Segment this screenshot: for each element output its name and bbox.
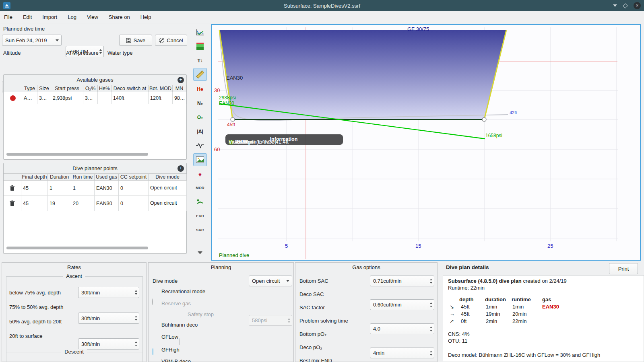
spin-arrows-icon[interactable] bbox=[99, 46, 102, 57]
safety-stop-checkbox bbox=[179, 338, 180, 345]
planning-panel: Planning Dive mode Open circuit Recreati… bbox=[148, 262, 294, 362]
rate-label: 20ft to surface bbox=[9, 333, 42, 339]
segment-arrow: ↘ bbox=[450, 304, 454, 310]
buhlmann-deco-radio[interactable] bbox=[153, 348, 153, 355]
app-logo-icon bbox=[3, 2, 10, 9]
delete-point-icon[interactable] bbox=[4, 181, 21, 196]
keep-above-icon[interactable] bbox=[623, 3, 628, 8]
ceiling-icon[interactable] bbox=[193, 40, 207, 53]
planned-dive-label: Planned dive bbox=[219, 252, 249, 258]
close-window-icon[interactable]: × bbox=[634, 2, 641, 9]
titlebar: Subsurface: SampleDivesV2.ssrf × bbox=[0, 0, 644, 11]
diver-icon[interactable] bbox=[193, 195, 207, 208]
recreational-mode-label: Recreational mode bbox=[161, 288, 205, 294]
time-tick-25: 25 bbox=[547, 243, 553, 249]
rate-label: below 75% avg. depth bbox=[9, 290, 61, 296]
he-partial-pressure-icon[interactable]: He bbox=[193, 83, 207, 96]
line-graph-icon[interactable] bbox=[193, 139, 207, 152]
dive-date-combo[interactable]: Sun Feb 24, 2019 bbox=[2, 35, 62, 46]
menu-log[interactable]: Log bbox=[68, 14, 76, 20]
atm-pressure-label: ATM pressure bbox=[66, 50, 99, 56]
ead-icon[interactable]: EAD bbox=[193, 210, 207, 222]
chevron-down-icon bbox=[56, 39, 59, 41]
planning-title: Planning bbox=[149, 264, 293, 270]
gases-hscrollbar[interactable] bbox=[6, 153, 148, 156]
heart-rate-icon[interactable]: ♥ bbox=[193, 168, 207, 181]
dive-planner-points-title: Dive planner points bbox=[72, 165, 117, 171]
dive-mode-combo[interactable]: Open circuit bbox=[249, 276, 292, 286]
dive-planner-points-box: Dive planner points + Final depth Durati… bbox=[3, 163, 187, 254]
menu-import[interactable]: Import bbox=[42, 14, 57, 20]
save-icon bbox=[126, 38, 131, 43]
add-gas-button[interactable]: + bbox=[178, 77, 184, 83]
bottom-sac-spinner[interactable]: 0.71cuft/min bbox=[370, 276, 434, 286]
available-gases-box: Available gases + Type Size Start press … bbox=[3, 74, 187, 160]
safety-stop-label: Safety stop bbox=[188, 311, 214, 317]
gas-type-cell[interactable]: A… bbox=[22, 92, 37, 104]
menu-file[interactable]: File bbox=[4, 14, 12, 20]
menu-share-on[interactable]: Share on bbox=[109, 14, 130, 20]
sac-icon[interactable]: SAC bbox=[193, 224, 207, 237]
waypoint-handle[interactable] bbox=[482, 117, 486, 121]
rates-title: Rates bbox=[2, 264, 146, 270]
planned-dive-time-label: Planned dive time bbox=[3, 26, 45, 32]
recreational-mode-radio[interactable] bbox=[152, 298, 153, 305]
reserve-gas-label: Reserve gas bbox=[161, 300, 191, 306]
rate-spinner[interactable]: 30ft/min bbox=[78, 287, 139, 298]
gflow-label: GFLow bbox=[161, 334, 178, 340]
rate-spinner[interactable]: 30ft/min bbox=[78, 313, 139, 324]
mean-depth-label: 42ft bbox=[510, 110, 517, 115]
plan-heading-date: created on 2/24/19 bbox=[522, 278, 567, 284]
dive-mode-label: Dive mode bbox=[153, 278, 178, 284]
descent-title: Descent bbox=[2, 349, 146, 355]
problem-solving-time-spinner[interactable]: 4min bbox=[370, 348, 434, 358]
end-pressure-label: 1658psi bbox=[485, 133, 502, 138]
plan-runtime: Runtime: 22min bbox=[448, 285, 485, 291]
menu-help[interactable]: Help bbox=[140, 14, 151, 20]
delete-point-icon[interactable] bbox=[4, 196, 21, 211]
cancel-button[interactable]: Cancel bbox=[155, 35, 187, 46]
cns-line: CNS: 4% bbox=[448, 331, 469, 337]
information-tooltip[interactable]: Information @: 6:20 D: 45.0ft P: 2,557ps… bbox=[225, 134, 343, 145]
gf-label: GF 30/75 bbox=[407, 26, 429, 32]
o2-partial-pressure-icon[interactable]: O₂ bbox=[193, 111, 207, 124]
toolbar-collapse-chevron-icon[interactable] bbox=[193, 246, 207, 259]
gfhigh-label: GFHigh bbox=[161, 347, 180, 353]
segment-arrow: ↗ bbox=[450, 318, 454, 324]
buhlmann-deco-label: Bühlmann deco bbox=[161, 322, 198, 328]
photos-icon[interactable] bbox=[193, 153, 207, 166]
waypoint-handle[interactable] bbox=[231, 117, 235, 121]
window-title: Subsurface: SampleDivesV2.ssrf bbox=[0, 3, 644, 9]
deco-sac-spinner[interactable]: 0.60cuft/min bbox=[370, 299, 434, 310]
gas-option-label: Best mix END bbox=[299, 358, 332, 362]
scale-icon[interactable]: T↕ bbox=[193, 54, 207, 67]
profile-options-icon[interactable] bbox=[193, 26, 207, 39]
menu-edit[interactable]: Edit bbox=[23, 14, 32, 20]
sac-factor-spinner[interactable]: 4.0 bbox=[370, 323, 434, 334]
ruler-icon[interactable] bbox=[193, 68, 207, 81]
water-type-label: Water type bbox=[107, 50, 132, 56]
depth-tick-30: 30 bbox=[214, 87, 220, 93]
mod-icon[interactable]: MOD bbox=[193, 181, 207, 194]
save-button[interactable]: Save bbox=[119, 35, 152, 46]
gas-option-label: Bottom pO₂ bbox=[299, 331, 326, 337]
print-button[interactable]: Print bbox=[609, 263, 638, 274]
menubar: File Edit Import Log View Share on Help bbox=[0, 11, 644, 23]
menu-view[interactable]: View bbox=[87, 14, 98, 20]
cylinder-icon[interactable] bbox=[4, 92, 22, 104]
ascent-title: Ascent bbox=[2, 273, 146, 279]
add-point-button[interactable]: + bbox=[178, 165, 184, 172]
panel-divider bbox=[439, 261, 439, 362]
gas-options-title: Gas options bbox=[295, 264, 437, 270]
dive-plan-text-area: Subsurface (4.8.5.0) dive plan created o… bbox=[443, 275, 644, 362]
segment-arrow: → bbox=[450, 311, 455, 317]
n2-partial-pressure-icon[interactable]: N₂ bbox=[193, 97, 207, 110]
points-hscrollbar[interactable] bbox=[6, 247, 148, 249]
dive-profile-chart[interactable]: GF 30/75 30 60 5 15 25 Planned dive EAN3… bbox=[211, 24, 641, 261]
depth-tick-60: 60 bbox=[214, 146, 220, 152]
tissues-icon[interactable]: |Δ| bbox=[193, 125, 207, 138]
shade-window-icon[interactable] bbox=[613, 4, 617, 7]
rate-spinner[interactable]: 30ft/min bbox=[78, 338, 139, 350]
gas-option-label: Bottom SAC bbox=[299, 278, 328, 284]
otu-line: OTU: 11 bbox=[448, 338, 467, 344]
